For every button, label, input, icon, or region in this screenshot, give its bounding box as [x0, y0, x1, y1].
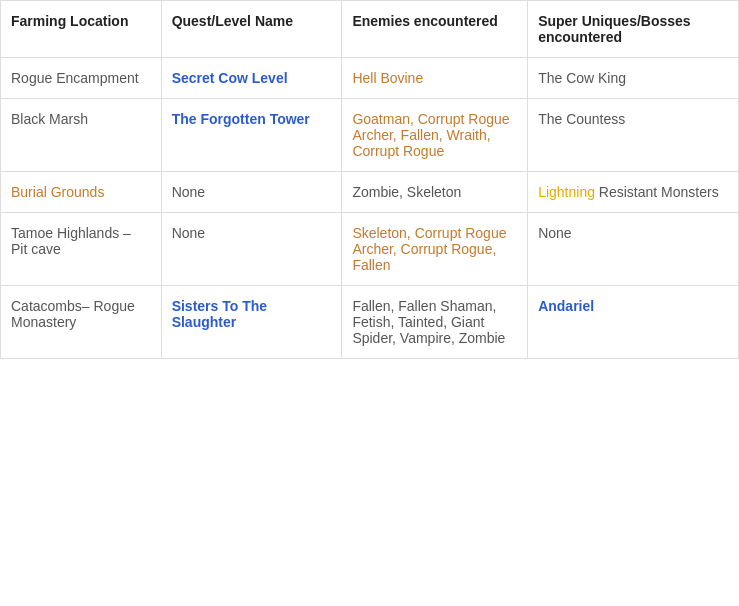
enemies-text: Zombie, Skeleton [352, 184, 461, 200]
enemies-cell: Fallen, Fallen Shaman, Fetish, Tainted, … [342, 286, 528, 359]
boss-link-text[interactable]: Andariel [538, 298, 594, 314]
enemies-text: Goatman, Corrupt Rogue Archer, Fallen, W… [352, 111, 509, 159]
farming-location-cell: Tamoe Highlands – Pit cave [1, 213, 162, 286]
resistant-text: Resistant Monsters [595, 184, 719, 200]
farming-location-text: Catacombs– Rogue Monastery [11, 298, 135, 330]
farming-location-cell: Rogue Encampment [1, 58, 162, 99]
enemies-text: Hell Bovine [352, 70, 423, 86]
quest-name-text[interactable]: The Forgotten Tower [172, 111, 310, 127]
quest-name-cell[interactable]: Sisters To The Slaughter [161, 286, 342, 359]
header-quest: Quest/Level Name [161, 1, 342, 58]
lightning-text: Lightning [538, 184, 595, 200]
farming-location-text: Burial Grounds [11, 184, 104, 200]
table-row: Rogue EncampmentSecret Cow LevelHell Bov… [1, 58, 739, 99]
bosses-cell: None [528, 213, 739, 286]
header-enemies: Enemies encountered [342, 1, 528, 58]
enemies-cell: Zombie, Skeleton [342, 172, 528, 213]
enemies-text: Skeleton, Corrupt Rogue Archer, Corrupt … [352, 225, 506, 273]
quest-name-text: None [172, 225, 205, 241]
enemies-text: Fallen, Fallen Shaman, Fetish, Tainted, … [352, 298, 505, 346]
bosses-cell: Lightning Resistant Monsters [528, 172, 739, 213]
enemies-cell: Skeleton, Corrupt Rogue Archer, Corrupt … [342, 213, 528, 286]
table-row: Catacombs– Rogue MonasterySisters To The… [1, 286, 739, 359]
farming-table: Farming Location Quest/Level Name Enemie… [0, 0, 739, 359]
farming-location-cell: Burial Grounds [1, 172, 162, 213]
boss-text: The Cow King [538, 70, 626, 86]
quest-name-cell: None [161, 172, 342, 213]
quest-name-cell[interactable]: The Forgotten Tower [161, 99, 342, 172]
boss-text: The Countess [538, 111, 625, 127]
farming-location-cell: Catacombs– Rogue Monastery [1, 286, 162, 359]
bosses-cell: Andariel [528, 286, 739, 359]
table-row: Burial GroundsNoneZombie, SkeletonLightn… [1, 172, 739, 213]
enemies-cell: Hell Bovine [342, 58, 528, 99]
quest-name-text[interactable]: Sisters To The Slaughter [172, 298, 267, 330]
quest-name-cell: None [161, 213, 342, 286]
boss-text: None [538, 225, 571, 241]
enemies-cell: Goatman, Corrupt Rogue Archer, Fallen, W… [342, 99, 528, 172]
quest-name-text: None [172, 184, 205, 200]
table-row: Tamoe Highlands – Pit caveNoneSkeleton, … [1, 213, 739, 286]
bosses-cell: The Cow King [528, 58, 739, 99]
header-farming: Farming Location [1, 1, 162, 58]
header-bosses: Super Uniques/Bosses encountered [528, 1, 739, 58]
bosses-cell: The Countess [528, 99, 739, 172]
quest-name-text[interactable]: Secret Cow Level [172, 70, 288, 86]
quest-name-cell[interactable]: Secret Cow Level [161, 58, 342, 99]
farming-location-text: Black Marsh [11, 111, 88, 127]
farming-location-cell: Black Marsh [1, 99, 162, 172]
farming-location-text: Tamoe Highlands – Pit cave [11, 225, 131, 257]
table-row: Black MarshThe Forgotten TowerGoatman, C… [1, 99, 739, 172]
farming-location-text: Rogue Encampment [11, 70, 139, 86]
